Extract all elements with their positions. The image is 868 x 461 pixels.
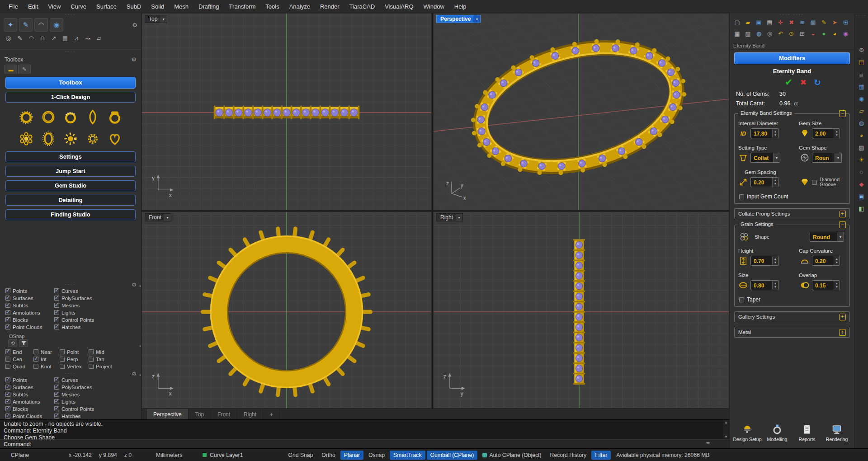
viewport-tab[interactable]: Perspective bbox=[147, 409, 189, 419]
menu-item[interactable]: Transform bbox=[224, 0, 261, 13]
globe-icon[interactable]: ◍ bbox=[754, 29, 764, 38]
gear-icon[interactable] bbox=[131, 56, 137, 63]
eternity-band-icon[interactable] bbox=[17, 108, 35, 126]
circle-tool-icon[interactable]: ◎ bbox=[4, 33, 14, 43]
filter-checkbox[interactable]: Hatches bbox=[54, 413, 136, 419]
spinner-arrows[interactable] bbox=[772, 129, 778, 138]
filter-checkbox[interactable]: Curves bbox=[54, 377, 136, 383]
corner-tool-icon[interactable]: ⊓ bbox=[38, 33, 47, 43]
menu-item[interactable]: VisualARQ bbox=[380, 0, 418, 13]
design-setup-button[interactable]: Design Setup bbox=[733, 420, 761, 446]
collapse-group-button[interactable] bbox=[839, 110, 846, 117]
undo-icon[interactable]: ↶ bbox=[776, 29, 785, 38]
viewport-front[interactable]: z x Front bbox=[142, 212, 432, 409]
setting-type-dropdown[interactable]: Collat bbox=[750, 153, 780, 163]
panel-grip[interactable]: ···· bbox=[65, 283, 76, 287]
menu-item[interactable]: Tools bbox=[260, 0, 284, 13]
menu-item[interactable]: Surface bbox=[91, 0, 122, 13]
cap-curvature-input[interactable]: 0.20 bbox=[812, 256, 840, 266]
filter-checkbox[interactable]: Meshes bbox=[54, 302, 136, 308]
cluster-ring-icon[interactable] bbox=[17, 130, 35, 148]
spinner-arrows[interactable] bbox=[772, 281, 778, 290]
active-layer-button[interactable]: Curve Layer1 bbox=[202, 452, 243, 458]
menu-item[interactable]: Mesh bbox=[169, 0, 193, 13]
osnap-checkbox[interactable]: End bbox=[5, 349, 33, 355]
menu-item[interactable]: View bbox=[43, 0, 66, 13]
grain-size-input[interactable]: 0.80 bbox=[750, 280, 778, 290]
transform-icon[interactable]: ➤ bbox=[830, 18, 840, 27]
grid-tool-icon[interactable]: ▦ bbox=[60, 33, 70, 43]
menu-item[interactable]: Help bbox=[449, 0, 472, 13]
hatch-icon[interactable]: ▨ bbox=[743, 29, 753, 38]
chevron-down-icon[interactable] bbox=[773, 153, 780, 162]
viewport-tab[interactable]: + bbox=[264, 409, 280, 419]
filter-funnel-icon[interactable] bbox=[19, 339, 28, 347]
sketch-pen-icon[interactable]: ✎ bbox=[19, 18, 33, 32]
layers-stack-icon[interactable]: ≋ bbox=[797, 18, 807, 27]
menu-item[interactable]: SubD bbox=[122, 0, 146, 13]
signet-ring-icon[interactable] bbox=[106, 108, 124, 126]
spinner-arrows[interactable] bbox=[834, 281, 840, 290]
material-ball-icon[interactable]: ◕ bbox=[830, 29, 840, 38]
spinner-arrows[interactable] bbox=[834, 129, 840, 138]
status-toggle[interactable]: SmartTrack bbox=[390, 451, 425, 460]
print-icon[interactable]: ▤ bbox=[765, 18, 774, 27]
properties-tab-icon[interactable]: ▤ bbox=[857, 58, 866, 67]
refresh-icon[interactable] bbox=[814, 77, 821, 88]
filter-checkbox[interactable]: Meshes bbox=[54, 391, 136, 397]
filter-checkbox[interactable]: Points bbox=[5, 288, 54, 294]
filter-checkbox[interactable]: Points bbox=[5, 377, 54, 383]
filter-checkbox[interactable]: PolySurfaces bbox=[54, 295, 136, 301]
menu-item[interactable]: Window bbox=[419, 0, 449, 13]
expand-group-button[interactable] bbox=[839, 329, 846, 336]
units-button[interactable]: Millimeters bbox=[156, 452, 182, 458]
status-toggle[interactable]: Filter bbox=[591, 451, 611, 460]
alert-tab-icon[interactable]: ◆ bbox=[857, 180, 866, 189]
panel-grip[interactable]: ···· bbox=[0, 50, 141, 53]
gear-icon[interactable] bbox=[132, 22, 137, 28]
delete-icon[interactable]: ✖ bbox=[787, 18, 796, 27]
sidebar-nav-button[interactable]: Settings bbox=[5, 151, 136, 162]
osnap-cycle-icon[interactable]: ⟲ bbox=[8, 339, 17, 347]
status-toggle[interactable]: Auto CPlane (Object) bbox=[479, 451, 545, 460]
osnap-checkbox[interactable]: Tan bbox=[89, 356, 136, 362]
command-scrollbar[interactable]: ▲▼ bbox=[723, 420, 729, 439]
spinner-arrows[interactable] bbox=[772, 178, 778, 187]
texture-tab-icon[interactable]: ▨ bbox=[857, 143, 866, 152]
menu-item[interactable]: Drafting bbox=[193, 0, 224, 13]
render-ball-icon[interactable]: ● bbox=[819, 29, 829, 38]
osnap-checkbox[interactable]: Point bbox=[60, 349, 89, 355]
gem-size-input[interactable]: 2.00 bbox=[812, 128, 840, 138]
select-brush-icon[interactable]: ✦ bbox=[4, 18, 17, 32]
osnap-checkbox[interactable]: Int bbox=[33, 356, 60, 362]
libraries-tab-icon[interactable]: ▣ bbox=[857, 192, 866, 201]
modifiers-button[interactable]: Modifiers bbox=[734, 52, 850, 64]
grid-plus-icon[interactable]: ⊞ bbox=[841, 18, 850, 27]
spinner-arrows[interactable] bbox=[772, 256, 778, 265]
save-icon[interactable]: ▣ bbox=[754, 18, 764, 27]
color-wheel-icon[interactable]: ◉ bbox=[841, 29, 850, 38]
filter-checkbox[interactable]: Annotations bbox=[5, 310, 54, 315]
filter-checkbox[interactable]: Surfaces bbox=[5, 295, 54, 301]
status-toggle[interactable]: Gumball (CPlane) bbox=[427, 451, 478, 460]
viewport-title-top[interactable]: Top bbox=[145, 15, 167, 23]
input-gem-count-checkbox[interactable]: Input Gem Count bbox=[737, 193, 847, 200]
filter-checkbox[interactable]: Annotations bbox=[5, 399, 54, 405]
viewport-title-front[interactable]: Front bbox=[145, 213, 171, 221]
chevron-down-icon[interactable] bbox=[706, 441, 709, 445]
help-tab-icon[interactable]: ◉ bbox=[857, 94, 866, 103]
sphere-tool-icon[interactable]: ◉ bbox=[50, 18, 63, 32]
freeform-tool-icon[interactable]: ↝ bbox=[83, 33, 93, 43]
marquise-ring-icon[interactable] bbox=[84, 108, 102, 126]
panel-grip[interactable]: ···· bbox=[0, 13, 141, 17]
plane-tool-icon[interactable]: ▱ bbox=[94, 33, 104, 43]
command-prompt[interactable]: Command: bbox=[0, 439, 729, 448]
sidebar-nav-button[interactable]: Jump Start bbox=[5, 166, 136, 177]
filter-checkbox[interactable]: Control Points bbox=[54, 317, 136, 323]
osnap-checkbox[interactable]: Quad bbox=[5, 363, 33, 369]
reports-button[interactable]: Reports bbox=[793, 420, 821, 446]
status-toggle[interactable]: Record History bbox=[547, 451, 590, 460]
edit-tab-icon[interactable]: ✎ bbox=[18, 65, 31, 74]
status-toggle[interactable]: Grid Snap bbox=[284, 451, 316, 460]
chevron-down-icon[interactable] bbox=[164, 214, 171, 221]
